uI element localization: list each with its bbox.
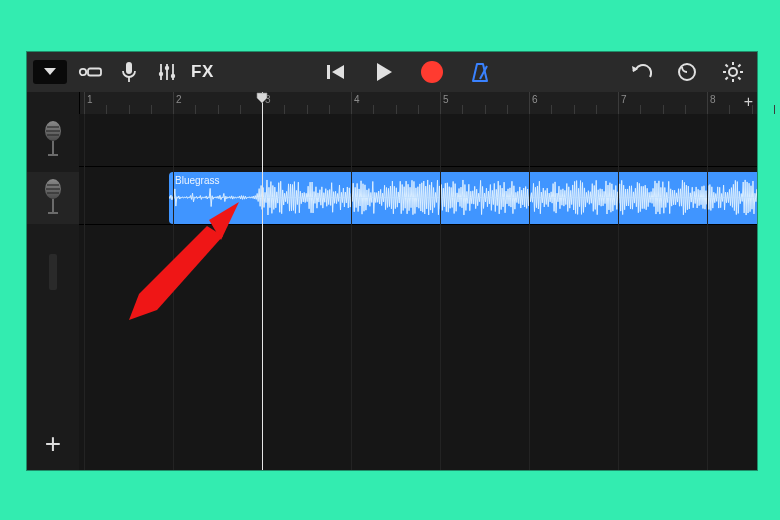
play-button[interactable]: [370, 58, 398, 86]
previous-icon: [326, 63, 346, 81]
play-icon: [375, 62, 393, 82]
metronome-icon: [469, 61, 491, 83]
svg-point-7: [159, 72, 163, 76]
loop-button[interactable]: [673, 58, 701, 86]
app-window: FX: [27, 52, 757, 470]
rewind-button[interactable]: [322, 58, 350, 86]
ruler-bar-label: 1: [87, 94, 93, 105]
loop-icon: [676, 61, 698, 83]
undo-icon: [630, 63, 652, 81]
microphone-icon: [121, 61, 137, 83]
add-track-button[interactable]: +: [39, 430, 67, 458]
svg-line-20: [726, 77, 728, 79]
track-lane-2[interactable]: Bluegrass: [79, 172, 757, 225]
level-meter-stub: [49, 254, 57, 290]
settings-button[interactable]: [719, 58, 747, 86]
svg-point-13: [729, 68, 737, 76]
record-icon: [421, 61, 443, 83]
svg-rect-2: [126, 62, 132, 74]
svg-line-19: [738, 77, 740, 79]
visual-eq-icon: [78, 64, 104, 80]
chevron-down-icon: [43, 67, 57, 77]
record-button[interactable]: [418, 58, 446, 86]
track-header-column: [27, 92, 80, 470]
ruler-bar-label: 8: [710, 94, 716, 105]
svg-line-18: [726, 65, 728, 67]
mixer-sliders-button[interactable]: [153, 58, 181, 86]
track-header-2[interactable]: [27, 172, 79, 224]
ruler-bar-label: 7: [621, 94, 627, 105]
svg-point-9: [171, 74, 175, 78]
svg-line-21: [738, 65, 740, 67]
track-header-1[interactable]: [27, 114, 79, 166]
visual-eq-button[interactable]: [77, 58, 105, 86]
playhead-marker-icon: [256, 92, 268, 104]
ruler-bar-label: 6: [532, 94, 538, 105]
mic-input-button[interactable]: [115, 58, 143, 86]
mic-icon: [40, 121, 66, 159]
ruler-bar-label: 4: [354, 94, 360, 105]
audio-region[interactable]: Bluegrass: [169, 172, 757, 224]
svg-point-0: [80, 69, 86, 75]
playhead[interactable]: [262, 92, 263, 470]
svg-rect-1: [88, 69, 101, 76]
fx-button[interactable]: FX: [191, 62, 214, 82]
timeline-ruler[interactable]: + 12345678: [79, 92, 757, 115]
timeline-lanes[interactable]: Bluegrass: [79, 114, 757, 470]
ruler-bar-label: 2: [176, 94, 182, 105]
sliders-icon: [157, 62, 177, 82]
svg-point-8: [165, 66, 169, 70]
gear-icon: [722, 61, 744, 83]
waveform: [169, 172, 757, 223]
mic-icon: [40, 179, 66, 217]
ruler-bar-label: 5: [443, 94, 449, 105]
undo-button[interactable]: [627, 58, 655, 86]
track-view-dropdown[interactable]: [33, 60, 67, 84]
metronome-button[interactable]: [466, 58, 494, 86]
svg-rect-10: [327, 65, 330, 79]
track-lane-1[interactable]: [79, 114, 757, 167]
toolbar: FX: [27, 52, 757, 92]
